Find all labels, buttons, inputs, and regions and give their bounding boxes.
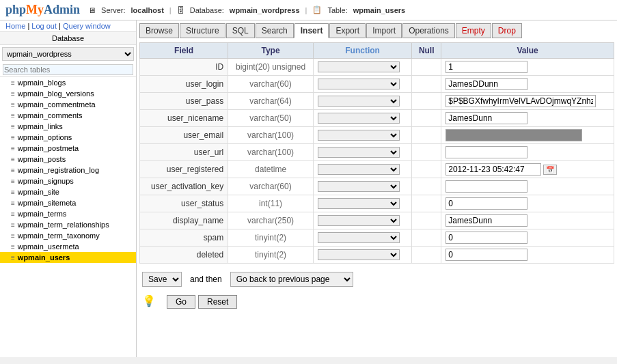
tab-browse[interactable]: Browse: [139, 23, 179, 38]
function-select-spam[interactable]: [318, 232, 400, 243]
value-input-user_pass[interactable]: [445, 95, 596, 107]
function-select-user_nicename[interactable]: [318, 113, 400, 124]
field-name-cell: user_pass: [140, 93, 228, 110]
tab-import[interactable]: Import: [366, 23, 402, 38]
tab-empty[interactable]: Empty: [456, 23, 491, 38]
table-list-item[interactable]: ≡wpmain_options: [0, 132, 136, 143]
table-list-item[interactable]: ≡wpmain_commentmeta: [0, 99, 136, 110]
logout-link[interactable]: Log out: [31, 22, 57, 30]
table-list-item[interactable]: ≡wpmain_registration_log: [0, 165, 136, 176]
field-type-cell: varchar(50): [228, 110, 314, 127]
function-select-user_registered[interactable]: [318, 164, 400, 175]
table-icon: ≡: [11, 232, 15, 240]
table-list-item[interactable]: ≡wpmain_signups: [0, 176, 136, 186]
function-select-user_login[interactable]: [318, 79, 400, 89]
field-null-cell: [412, 93, 441, 110]
save-select-container: Save: [142, 272, 182, 287]
field-null-cell: [412, 195, 441, 212]
table-icon: ≡: [11, 188, 15, 196]
tab-sql[interactable]: SQL: [226, 23, 255, 38]
table-list-item[interactable]: ≡wpmain_users: [0, 252, 136, 263]
function-select-deleted[interactable]: [318, 249, 400, 260]
value-input-user_registered[interactable]: [445, 163, 541, 176]
table-list-item[interactable]: ≡wpmain_blogs: [0, 77, 136, 88]
col-header-value: Value: [441, 43, 614, 59]
function-select-user_url[interactable]: [318, 147, 400, 158]
field-function-cell: [313, 59, 411, 76]
table-list-item[interactable]: ≡wpmain_blog_versions: [0, 88, 136, 99]
tab-insert[interactable]: Insert: [294, 23, 329, 38]
goto-dropdown[interactable]: Go back to previous page: [230, 272, 353, 287]
reset-button[interactable]: Reset: [198, 295, 237, 309]
go-button[interactable]: Go: [167, 295, 195, 309]
field-value-cell: [441, 229, 614, 247]
table-list-item[interactable]: ≡wpmain_posts: [0, 154, 136, 165]
value-input-deleted[interactable]: [445, 249, 527, 261]
save-dropdown[interactable]: Save: [142, 272, 182, 287]
value-input-spam[interactable]: [445, 232, 527, 244]
field-type-cell: datetime: [228, 161, 314, 178]
query-window-link[interactable]: Query window: [63, 22, 111, 30]
table-list-item[interactable]: ≡wpmain_site: [0, 186, 136, 197]
field-value-cell: [441, 247, 614, 264]
function-select-user_status[interactable]: [318, 198, 400, 209]
field-type-cell: tinyint(2): [228, 247, 314, 264]
tab-operations[interactable]: Operations: [402, 23, 455, 38]
table-list-item[interactable]: ≡wpmain_postmeta: [0, 143, 136, 154]
value-input-user_status[interactable]: [445, 197, 527, 210]
table-icon: ≡: [11, 178, 15, 185]
table-list-item[interactable]: ≡wpmain_comments: [0, 110, 136, 121]
field-name-cell: deleted: [140, 247, 228, 264]
value-input-user_email[interactable]: [445, 129, 582, 141]
value-input-display_name[interactable]: [445, 214, 527, 227]
table-icon: ≡: [11, 254, 15, 262]
tab-export[interactable]: Export: [329, 23, 366, 38]
function-select-user_email[interactable]: [318, 130, 400, 141]
value-input-user_url[interactable]: [445, 146, 527, 158]
table-row: display_namevarchar(250): [140, 212, 614, 229]
field-value-cell: [441, 144, 614, 161]
value-input-user_activation_key[interactable]: [445, 180, 527, 193]
function-select-user_pass[interactable]: [318, 96, 400, 107]
table-filter-input[interactable]: [3, 64, 133, 75]
server-label: Server:: [101, 6, 125, 14]
field-function-cell: [313, 93, 411, 110]
field-name-cell: ID: [140, 59, 228, 76]
value-input-user_nicename[interactable]: [445, 112, 527, 124]
field-function-cell: [313, 144, 411, 161]
home-link[interactable]: Home: [5, 22, 25, 30]
table-icon: ≡: [11, 199, 15, 207]
calendar-button-user_registered[interactable]: 📅: [543, 165, 557, 175]
field-function-cell: [313, 161, 411, 178]
field-function-cell: [313, 110, 411, 127]
table-list-item[interactable]: ≡wpmain_sitemeta: [0, 197, 136, 208]
table-list-item[interactable]: ≡wpmain_term_taxonomy: [0, 230, 136, 241]
table-list-item[interactable]: ≡wpmain_links: [0, 121, 136, 132]
table-row: user_emailvarchar(100): [140, 127, 614, 144]
db-select[interactable]: wpmain_wordpress: [2, 47, 134, 61]
field-null-cell: [412, 212, 441, 229]
tab-search[interactable]: Search: [256, 23, 294, 38]
field-name-cell: user_status: [140, 195, 228, 212]
table-name-label: wpmain_signups: [18, 177, 74, 185]
table-label: Table:: [327, 6, 347, 14]
tab-drop[interactable]: Drop: [492, 23, 522, 38]
table-row: spamtinyint(2): [140, 229, 614, 247]
database-icon: 🗄: [177, 6, 184, 14]
field-value-cell: [441, 59, 614, 76]
table-name-label: wpmain_commentmeta: [18, 100, 96, 109]
function-select-display_name[interactable]: [318, 215, 400, 226]
value-input-user_login[interactable]: [445, 78, 527, 90]
field-type-cell: int(11): [228, 195, 314, 212]
table-list-item[interactable]: ≡wpmain_term_relationships: [0, 219, 136, 230]
table-list-item[interactable]: ≡wpmain_usermeta: [0, 241, 136, 252]
function-select-ID[interactable]: [318, 61, 400, 72]
value-input-ID[interactable]: [445, 61, 527, 73]
tab-structure[interactable]: Structure: [180, 23, 225, 38]
field-function-cell: [313, 76, 411, 93]
function-select-user_activation_key[interactable]: [318, 181, 400, 192]
table-list-item[interactable]: ≡wpmain_terms: [0, 208, 136, 219]
tab-bar: BrowseStructureSQLSearchInsertExportImpo…: [139, 23, 614, 38]
field-name-cell: display_name: [140, 212, 228, 229]
main-layout: Home | Log out | Query window Database w…: [0, 20, 617, 357]
